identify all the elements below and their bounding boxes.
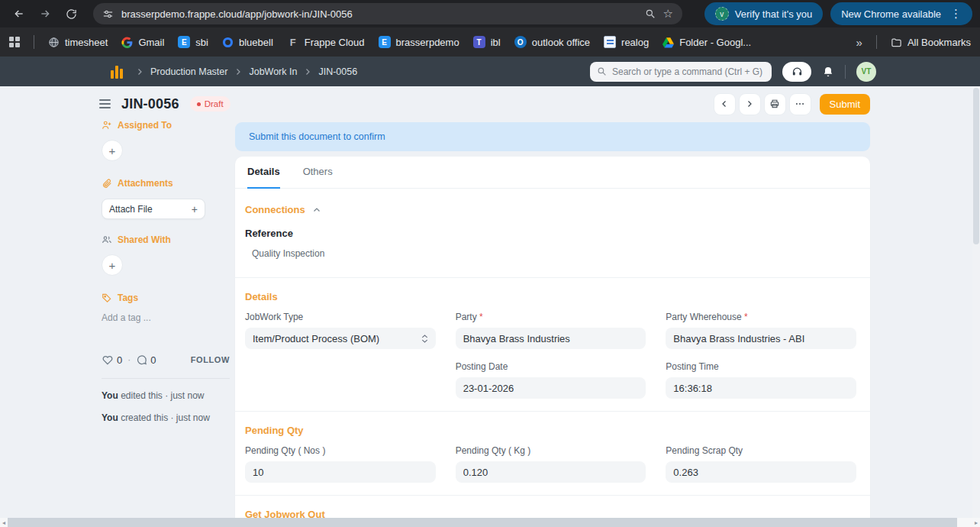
apps-grid-icon[interactable] <box>9 37 20 47</box>
field-pending-qty-kg: Pending Qty ( Kg ) <box>456 445 646 483</box>
add-assignment-button[interactable]: + <box>102 140 123 161</box>
party-input[interactable] <box>456 328 646 349</box>
app-navbar: Production Master JobWork In JIN-0056 VT <box>0 57 980 86</box>
add-share-button[interactable]: + <box>102 254 123 276</box>
heart-icon[interactable] <box>102 354 114 366</box>
connections-section-header[interactable]: Connections <box>245 204 856 215</box>
search-icon <box>597 66 607 76</box>
reference-group-label: Reference <box>245 228 856 239</box>
vertical-scrollbar[interactable] <box>972 86 980 518</box>
forward-icon[interactable] <box>34 2 56 25</box>
global-search[interactable] <box>590 62 772 82</box>
tab-details[interactable]: Details <box>247 157 280 189</box>
party-warehouse-input[interactable] <box>666 328 856 349</box>
bookmark-google-drive-folder[interactable]: Folder - Googl... <box>662 37 751 48</box>
chevron-right-icon <box>135 67 144 76</box>
likes-count: 0 <box>117 354 122 366</box>
chrome-update-button[interactable]: New Chrome available ⋮ <box>830 2 972 25</box>
breadcrumb-current-doc[interactable]: JIN-0056 <box>318 66 357 77</box>
follow-button[interactable]: FOLLOW <box>191 355 230 364</box>
bookmark-brasserpdemo[interactable]: E brasserpdemo <box>379 36 459 48</box>
plus-icon: + <box>192 203 198 215</box>
add-tag-input[interactable]: Add a tag ... <box>102 312 231 323</box>
divider <box>102 378 230 379</box>
divider <box>235 495 870 496</box>
attach-file-button[interactable]: Attach File + <box>102 199 205 219</box>
pending-qty-kg-input[interactable] <box>456 461 646 483</box>
bookmark-sbi[interactable]: E sbi <box>178 36 208 48</box>
scroll-left-icon[interactable]: ◂ <box>0 519 8 526</box>
search-input[interactable] <box>612 66 765 77</box>
vertical-scrollbar-thumb[interactable] <box>973 88 979 244</box>
zoom-icon[interactable] <box>645 8 656 19</box>
reload-icon[interactable] <box>60 2 82 25</box>
pending-scrap-qty-input[interactable] <box>666 461 856 483</box>
details-section-header: Details <box>245 291 856 302</box>
all-bookmarks-button[interactable]: All Bookmarks <box>891 37 971 48</box>
document-sidebar: Assigned To + Attachments Attach File + … <box>102 120 231 423</box>
verify-icon: v <box>715 7 729 21</box>
browser-menu-icon[interactable]: ⋮ <box>947 7 962 21</box>
posting-time-input[interactable] <box>666 377 856 399</box>
chevron-right-icon <box>745 99 754 108</box>
pending-qty-nos-input[interactable] <box>245 461 436 483</box>
bookmark-realog[interactable]: realog <box>604 36 649 48</box>
comments-count: 0 <box>150 354 156 366</box>
divider <box>845 65 846 79</box>
attachments-section[interactable]: Attachments <box>102 178 231 189</box>
user-avatar[interactable]: VT <box>856 62 876 82</box>
globe-icon <box>48 37 60 48</box>
paperclip-icon <box>102 178 112 189</box>
jobwork-type-select[interactable]: Item/Product Process (BOM) <box>245 328 436 349</box>
bookmark-star-icon[interactable]: ☆ <box>663 7 673 21</box>
assigned-to-section[interactable]: Assigned To <box>102 120 231 131</box>
horizontal-scrollbar[interactable]: ◂ ▸ <box>0 518 980 527</box>
bookmark-timesheet[interactable]: timesheet <box>48 37 108 48</box>
status-badge: Draft <box>190 96 230 112</box>
pending-qty-section-header: Pending Qty <box>245 425 856 436</box>
next-document-button[interactable] <box>740 94 760 115</box>
address-bar[interactable]: brasserpdemo.frappe.cloud/app/jobwork-in… <box>93 3 682 24</box>
bookmark-bluebell[interactable]: bluebell <box>222 37 273 48</box>
bookmarks-overflow-icon[interactable]: » <box>856 36 862 49</box>
google-icon <box>121 37 133 48</box>
update-label: New Chrome available <box>841 8 941 20</box>
notifications-bell-icon[interactable] <box>822 66 834 78</box>
verify-identity-button[interactable]: v Verify that it's you <box>704 2 823 25</box>
submit-alert-banner: Submit this document to confirm <box>235 122 870 151</box>
headset-icon <box>791 66 803 77</box>
quality-inspection-link[interactable]: Quality Inspection <box>252 248 856 259</box>
breadcrumb-production-master[interactable]: Production Master <box>150 66 227 77</box>
horizontal-scrollbar-thumb[interactable] <box>8 518 957 527</box>
ring-icon <box>222 37 234 48</box>
submit-button[interactable]: Submit <box>820 94 870 115</box>
select-arrows-icon <box>421 335 428 343</box>
more-actions-button[interactable] <box>790 94 811 115</box>
shared-with-section[interactable]: Shared With <box>102 234 231 245</box>
teams-icon: T <box>473 36 485 48</box>
url-text[interactable]: brasserpdemo.frappe.cloud/app/jobwork-in… <box>121 8 637 20</box>
posting-date-input[interactable] <box>456 377 646 399</box>
tags-section[interactable]: Tags <box>102 293 231 303</box>
site-settings-icon[interactable] <box>102 8 114 20</box>
breadcrumb-jobwork-in[interactable]: JobWork In <box>249 66 297 77</box>
help-headset-button[interactable] <box>782 62 811 82</box>
folder-icon <box>891 37 902 48</box>
chevron-up-icon[interactable] <box>312 205 321 215</box>
bookmark-gmail[interactable]: Gmail <box>121 37 164 48</box>
reactions-row: 0 · 0 FOLLOW <box>102 354 230 366</box>
bookmark-outlook[interactable]: O outlook office <box>514 36 590 48</box>
sidebar-toggle-icon[interactable] <box>99 99 111 108</box>
tab-others[interactable]: Others <box>303 157 333 189</box>
prev-document-button[interactable] <box>714 94 735 115</box>
scroll-right-icon[interactable]: ▸ <box>972 519 980 526</box>
back-icon[interactable] <box>8 2 31 25</box>
bookmark-frappe-cloud[interactable]: F Frappe Cloud <box>287 36 365 48</box>
comment-icon[interactable] <box>136 354 147 366</box>
chevron-right-icon <box>303 67 312 76</box>
frappe-icon: F <box>287 36 299 48</box>
app-logo-icon[interactable] <box>111 65 123 79</box>
print-button[interactable] <box>765 94 785 115</box>
form-card: Details Others Connections Reference Qua… <box>235 157 870 518</box>
bookmark-ibl[interactable]: T ibl <box>473 36 501 48</box>
